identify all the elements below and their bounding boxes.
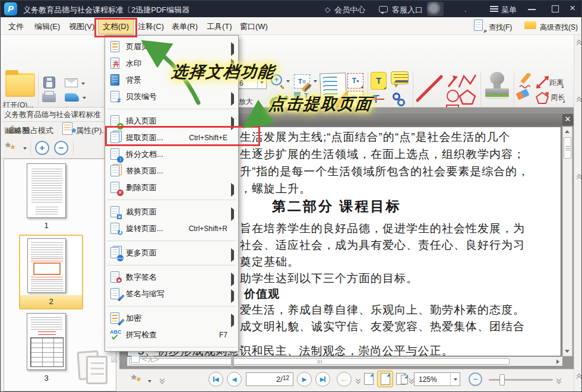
thumbnail-zoom-out-button[interactable]: − xyxy=(54,141,68,155)
scroll-up-icon[interactable] xyxy=(565,130,570,133)
save-icon[interactable] xyxy=(43,77,55,88)
thumbnail-label-3: 3 xyxy=(27,374,66,382)
perimeter-tool-icon[interactable] xyxy=(536,91,549,106)
form-field-dropdown-arrow[interactable] xyxy=(314,80,317,83)
pentagon-tool-icon[interactable] xyxy=(458,89,476,105)
menu-hamburger-icon[interactable] xyxy=(490,6,498,7)
zoom-percent-value: 125% xyxy=(419,375,437,384)
close-document-icon[interactable]: ✕ xyxy=(562,114,573,125)
polyline-tool-icon[interactable] xyxy=(458,72,477,90)
previous-view-button[interactable]: ← xyxy=(337,372,352,387)
collapse-panel-icon[interactable] xyxy=(576,374,581,380)
thumbnail-zoom-in-button[interactable]: + xyxy=(35,141,49,155)
advanced-find-icon xyxy=(524,21,536,29)
zoom-slider-thumb[interactable] xyxy=(499,374,505,385)
menu-item-sign-initials[interactable]: 签名与缩写 xyxy=(105,286,238,302)
thumbnail-options-gear-icon[interactable]: ** xyxy=(5,142,20,155)
menu-tools[interactable]: 工具(T) xyxy=(207,21,232,32)
doc-text-line: 助学生达到以下三个方面的目标。 xyxy=(240,271,418,286)
menubar: 文件 编辑(E) 视图(V) 文档(D) 注释(C) 表单(R) 工具(T) 窗… xyxy=(1,17,582,35)
scan-icon[interactable] xyxy=(65,93,79,102)
menu-view[interactable]: 视图(V) xyxy=(69,21,94,32)
menu-item-more-pages[interactable]: ••• 更多页面 xyxy=(105,245,238,261)
menu-file[interactable]: 文件 xyxy=(8,21,24,32)
nav-expand-icon[interactable] xyxy=(356,378,361,384)
page-number-input[interactable]: 2/12 xyxy=(246,372,293,386)
menu-edit[interactable]: 编辑(E) xyxy=(34,21,60,32)
status-expand-icon[interactable] xyxy=(160,378,165,384)
zoom-dropdown-arrow[interactable] xyxy=(286,80,290,83)
collapse-panel-icon[interactable] xyxy=(576,174,581,180)
menu-form[interactable]: 表单(R) xyxy=(172,21,198,32)
collapse-panel-icon[interactable] xyxy=(576,97,581,103)
maximize-button[interactable] xyxy=(552,5,559,12)
menu-comment[interactable]: 注释(C) xyxy=(138,21,164,32)
status-gear-arrow[interactable] xyxy=(148,380,151,382)
scroll-right-icon[interactable] xyxy=(556,359,559,364)
thumbnail-page-2[interactable] xyxy=(27,238,66,293)
stamp-icon[interactable] xyxy=(485,72,509,100)
note-comment-icon[interactable] xyxy=(391,71,409,84)
first-page-button[interactable]: ◀ xyxy=(208,372,223,387)
titlebar-menu-label[interactable]: 菜单 xyxy=(501,5,517,15)
email-dropdown-arrow[interactable] xyxy=(81,83,85,85)
form-text-field-icon[interactable]: T≡ xyxy=(294,74,310,88)
zoom-percent-combobox[interactable]: 125% xyxy=(414,372,460,386)
open-folder-icon[interactable] xyxy=(5,73,35,97)
menu-item-digital-signature[interactable]: ● 数字签名 xyxy=(105,269,238,286)
distance-tool-icon[interactable] xyxy=(536,75,549,89)
eraser-tool-icon[interactable] xyxy=(515,88,529,100)
previous-page-button[interactable]: ◀ xyxy=(227,372,242,387)
email-icon[interactable] xyxy=(65,78,78,87)
menu-window[interactable]: 窗口(W) xyxy=(240,21,268,32)
header-footer-icon xyxy=(110,41,121,53)
menu-item-header-footer[interactable]: 页眉页脚 xyxy=(105,39,238,55)
minimize-button[interactable] xyxy=(528,9,536,10)
menu-item-encrypt[interactable]: 加密 xyxy=(105,310,238,327)
menu-item-spell-check[interactable]: ABC 拼写检查 F7 xyxy=(105,327,238,343)
more-pages-icon: ••• xyxy=(110,247,121,259)
line-tool-icon[interactable] xyxy=(415,74,444,103)
zoom-out-button[interactable]: − xyxy=(469,372,482,386)
arrow-tool-icon[interactable] xyxy=(447,74,458,88)
circle-tool-icon[interactable] xyxy=(447,90,459,102)
thumbnail-page-3[interactable] xyxy=(27,313,66,370)
sidebar-document-tab[interactable]: 义务教育品德与社会课程标准 xyxy=(1,108,119,122)
member-center-link[interactable]: 会员中心 xyxy=(334,5,365,15)
zoom-percent-arrow[interactable] xyxy=(450,373,460,385)
scroll-down-icon[interactable] xyxy=(565,350,570,353)
fit-width-button[interactable] xyxy=(377,371,393,387)
user-avatar[interactable] xyxy=(427,2,444,16)
menu-item-crop-pages[interactable]: 裁剪页面 xyxy=(105,204,238,220)
print-icon[interactable] xyxy=(42,93,56,102)
last-page-button[interactable]: ▶ xyxy=(315,372,330,387)
status-gear-icon[interactable]: ** xyxy=(131,374,146,387)
thumbnail-options-arrow[interactable] xyxy=(23,147,27,150)
doc-text-line: 爱生活，养成自尊自律、乐观向上、勤劳朴素的态度。 xyxy=(240,302,525,318)
text-field-grid-icon[interactable]: T▪ xyxy=(347,73,363,88)
support-link[interactable]: 客服入口 xyxy=(392,5,423,15)
menu-item-split-document[interactable]: ↕ 拆分文档... xyxy=(105,146,238,163)
pencil-tool-icon[interactable] xyxy=(518,73,533,88)
menu-item-delete-pages[interactable]: × 删除页面 xyxy=(105,179,238,196)
distance-label[interactable]: 距离 xyxy=(549,78,564,88)
menu-item-rotate-pages[interactable]: ↻ 旋转页面... Ctrl+Shift+R xyxy=(105,220,238,237)
find-button[interactable]: 查找(F) xyxy=(489,23,512,33)
menu-item-bates-numbering[interactable]: # 贝茨编号 xyxy=(105,88,238,105)
scan-dropdown-arrow[interactable] xyxy=(83,97,86,99)
vertical-scroll-thumb[interactable] xyxy=(564,137,571,159)
collapse-panel-icon[interactable] xyxy=(576,40,581,46)
thumbnail-page-1[interactable] xyxy=(27,163,66,218)
advanced-find-button[interactable]: 高级查找(S) xyxy=(540,23,578,33)
status-expand-icon-2[interactable] xyxy=(556,378,562,384)
strikethrough-icon[interactable]: T xyxy=(372,93,379,106)
menu-item-replace-pages[interactable]: 替换页面... xyxy=(105,163,238,179)
close-button[interactable]: × xyxy=(570,2,575,14)
next-page-button[interactable]: ▶ xyxy=(297,372,312,387)
perimeter-label[interactable]: 周长 xyxy=(551,93,565,103)
two-page-icon-2[interactable] xyxy=(401,375,408,384)
highlight-text-icon[interactable]: T xyxy=(371,72,387,90)
zoom-slider-track[interactable] xyxy=(489,379,553,381)
vertical-scrollbar[interactable] xyxy=(562,127,572,356)
single-page-icon[interactable] xyxy=(364,373,374,385)
